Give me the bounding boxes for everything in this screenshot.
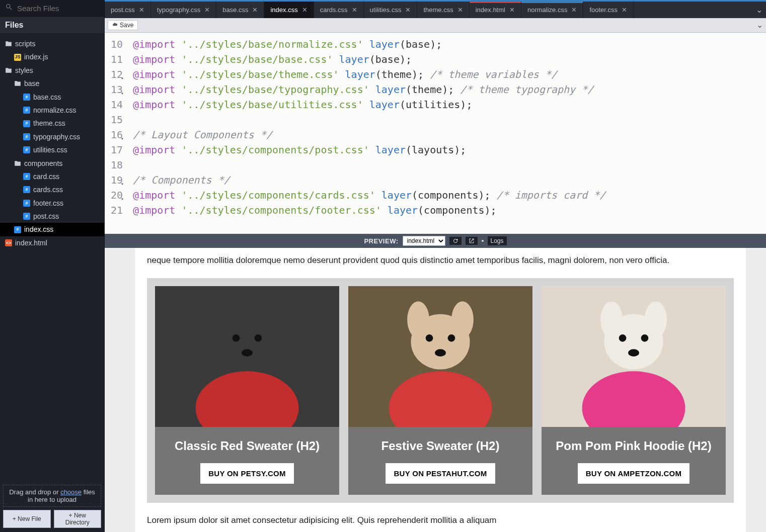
code-line[interactable]: @import '../styles/base/normalize.css' l… [133,37,605,52]
svg-point-19 [600,301,623,338]
tab-index-html[interactable]: index.html✕ [470,2,521,18]
tree-item-label: index.html [15,237,47,248]
buy-button[interactable]: BUY ON PESTAHUT.COM [386,463,495,484]
search-icon [5,3,17,13]
close-icon[interactable]: ✕ [509,6,515,14]
drop-zone[interactable]: Drag and drop or choose files in here to… [3,485,101,507]
tab-label: typography.css [157,6,200,14]
svg-point-5 [233,334,240,342]
tab-theme-css[interactable]: theme.css✕ [417,2,469,18]
close-icon[interactable]: ✕ [204,6,210,14]
tree-item-card-css[interactable]: #card.css [0,170,104,183]
code-line[interactable]: @import '../styles/components/footer.css… [133,203,605,218]
code-line[interactable]: /* Layout Components */ [133,127,605,142]
code-line[interactable]: /* Components */ [133,172,605,188]
tree-item-scripts[interactable]: scripts [0,37,104,50]
preview-document: neque tempore mollitia doloremque nemo d… [135,248,746,532]
tree-item-typography-css[interactable]: #typography.css [0,130,104,143]
tab-index-css[interactable]: index.css✕ [264,2,314,18]
close-icon[interactable]: ✕ [457,6,463,14]
new-file-button[interactable]: + New File [3,510,51,528]
tree-item-index-js[interactable]: JSindex.js [0,50,104,63]
sidebar: Files scriptsJSindex.jsstylesbase#base.c… [0,0,105,532]
cloud-icon [112,22,118,29]
tree-item-label: index.css [24,224,53,235]
close-icon[interactable]: ✕ [405,6,411,14]
tree-item-styles[interactable]: styles [0,64,104,77]
code-line[interactable]: @import '../styles/base/base.css' layer(… [133,52,605,67]
code-line[interactable]: @import '../styles/components/post.css' … [133,142,605,157]
new-directory-button[interactable]: + New Directory [54,510,102,528]
tree-item-cards-css[interactable]: #cards.css [0,183,104,196]
close-icon[interactable]: ✕ [252,6,258,14]
line-number: 16▾ [111,127,123,142]
tree-item-components[interactable]: components [0,157,104,170]
logs-button[interactable]: Logs [488,236,507,245]
line-number: 20▾ [111,188,123,203]
line-number: 21 [111,203,123,218]
buy-button[interactable]: BUY ON AMPETZON.COM [578,463,690,484]
svg-point-21 [619,334,627,342]
refresh-button[interactable] [449,237,462,245]
code-line[interactable]: @import '../styles/base/theme.css' layer… [133,67,605,82]
close-icon[interactable]: ✕ [622,6,627,14]
card-image [542,286,726,427]
line-number: 12▾ [111,67,123,82]
card-image [155,286,339,427]
toolbar-overflow-button[interactable]: ⌄ [756,20,763,30]
tree-item-footer-css[interactable]: #footer.css [0,197,104,210]
code-line[interactable] [133,112,605,127]
close-icon[interactable]: ✕ [139,6,144,14]
tree-item-post-css[interactable]: #post.css [0,210,104,223]
close-icon[interactable]: ✕ [302,6,308,14]
tree-item-label: card.css [33,171,59,182]
tab-cards-css[interactable]: cards.css✕ [314,2,364,18]
tab-overflow-button[interactable]: ⌄ [752,2,766,18]
tree-item-utilities-css[interactable]: #utilities.css [0,143,104,156]
save-button[interactable]: Save [108,20,138,30]
product-card: Classic Red Sweater (H2)BUY ON PETSY.COM [155,286,339,495]
tab-utilities-css[interactable]: utilities.css✕ [364,2,418,18]
line-number: 14 [111,97,123,112]
tab-label: post.css [111,6,135,14]
tree-item-theme-css[interactable]: #theme.css [0,117,104,130]
code-area[interactable]: @import '../styles/base/normalize.css' l… [126,33,612,234]
tree-item-label: utilities.css [33,144,67,155]
tab-normalize-css[interactable]: normalize.css✕ [521,2,583,18]
tree-item-label: typography.css [33,131,80,142]
tab-post-css[interactable]: post.css✕ [105,2,151,18]
files-panel-header: Files [0,17,104,34]
close-icon[interactable]: ✕ [571,6,577,14]
buy-button[interactable]: BUY ON PETSY.COM [200,463,294,484]
tab-base-css[interactable]: base.css✕ [216,2,264,18]
close-icon[interactable]: ✕ [352,6,357,14]
code-line[interactable]: @import '../styles/components/cards.css'… [133,188,605,203]
choose-file-link[interactable]: choose [60,488,82,496]
code-line[interactable]: @import '../styles/base/typography.css' … [133,82,605,97]
code-editor[interactable]: 101112▾13▾141516▾171819▾20▾21 @import '.… [105,33,766,234]
preview-pane[interactable]: neque tempore mollitia doloremque nemo d… [105,248,766,532]
tree-item-label: post.css [33,211,59,222]
tree-item-base[interactable]: base [0,77,104,90]
tree-item-index-css[interactable]: #index.css [0,223,104,236]
tab-label: base.css [222,6,248,14]
tab-typography-css[interactable]: typography.css✕ [151,2,216,18]
code-line[interactable]: @import '../styles/base/utilities.css' l… [133,97,605,112]
file-css-icon: # [23,107,30,114]
drop-zone-text: Drag and drop or [9,488,60,496]
tree-item-normalize-css[interactable]: #normalize.css [0,104,104,117]
file-css-icon: # [23,213,30,220]
tree-item-index-html[interactable]: <>index.html [0,236,104,249]
tree-item-base-css[interactable]: #base.css [0,91,104,104]
card-image [348,286,532,427]
tab-footer-css[interactable]: footer.css✕ [583,2,634,18]
tree-item-label: styles [15,65,33,76]
preview-file-select[interactable]: index.html [403,236,445,246]
file-css-icon: # [23,120,30,127]
tree-item-label: base.css [33,92,61,103]
folder-icon [14,160,21,167]
code-line[interactable] [133,157,605,172]
open-external-button[interactable] [466,237,478,245]
search-input[interactable] [17,4,113,13]
svg-point-14 [448,334,455,342]
